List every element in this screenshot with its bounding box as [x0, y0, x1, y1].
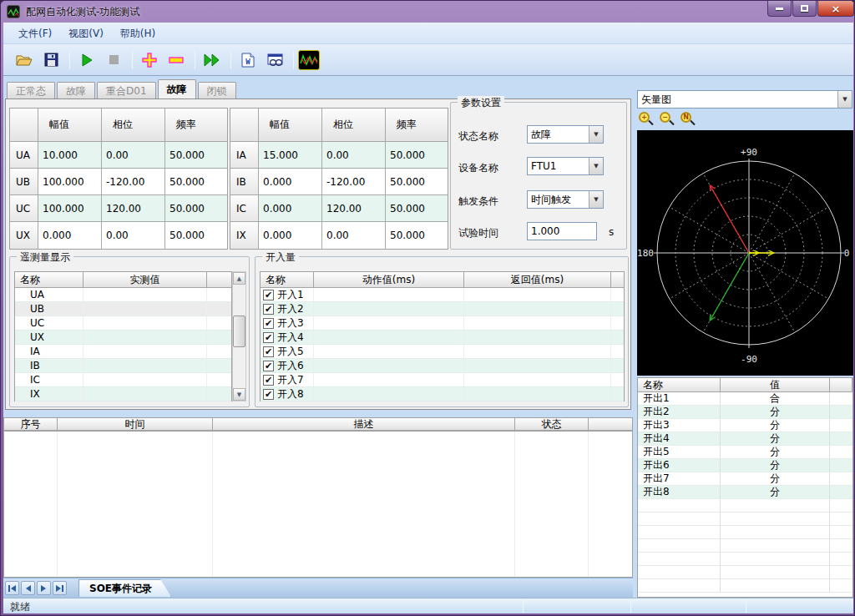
cell-ib-amplitude[interactable]: 0.000 — [259, 169, 322, 195]
output-empty-row — [638, 512, 852, 526]
cell-ib-phase[interactable]: -120.00 — [322, 169, 386, 195]
device-name-combo[interactable]: FTU1 ▼ — [527, 157, 604, 175]
chevron-down-icon[interactable]: ▼ — [837, 91, 852, 108]
tab-lockout[interactable]: 闭锁 — [198, 82, 236, 98]
telemetry-row[interactable]: IX — [15, 387, 231, 401]
telemetry-row[interactable]: IC — [15, 373, 231, 387]
cell-ic-phase[interactable]: 120.00 — [322, 195, 386, 222]
word-report-button[interactable]: W — [235, 48, 261, 72]
output-row[interactable]: 开出2分 — [638, 406, 852, 419]
scroll-up-icon[interactable]: ▲ — [233, 272, 245, 285]
telemetry-row[interactable]: UA — [15, 288, 231, 302]
telemetry-row[interactable]: IB — [15, 359, 231, 373]
trigger-condition-combo[interactable]: 时间触发 ▼ — [527, 190, 604, 209]
checkbox-checked-icon[interactable]: ✔ — [263, 346, 274, 357]
tab-normal-state[interactable]: 正常态 — [7, 82, 55, 98]
output-row[interactable]: 开出1合 — [638, 392, 852, 406]
menu-file[interactable]: 文件(F) — [10, 23, 60, 44]
telemetry-row[interactable]: UB — [15, 302, 231, 316]
cell-ub-amplitude[interactable]: 100.000 — [38, 169, 102, 195]
prev-sheet-button[interactable] — [21, 581, 35, 595]
remove-state-button[interactable] — [164, 48, 189, 72]
event-table-body[interactable] — [3, 432, 633, 578]
input-action-value — [314, 359, 464, 372]
tab-soe-event-log[interactable]: SOE事件记录 — [78, 579, 171, 597]
zoom-out-button[interactable]: − — [658, 111, 676, 128]
cell-ic-frequency[interactable]: 50.000 — [386, 195, 448, 222]
cell-ux-phase[interactable]: 0.00 — [102, 222, 165, 249]
checkbox-checked-icon[interactable]: ✔ — [263, 361, 274, 371]
checkbox-checked-icon[interactable]: ✔ — [263, 389, 274, 400]
output-row[interactable]: 开出8分 — [638, 486, 852, 499]
menu-help[interactable]: 帮助(H) — [112, 23, 164, 44]
cell-ub-phase[interactable]: -120.00 — [102, 169, 165, 195]
cell-ib-frequency[interactable]: 50.000 — [386, 169, 448, 195]
telemetry-row[interactable]: IA — [15, 345, 231, 359]
view-selector-combo[interactable]: 矢量图 ▼ — [637, 90, 852, 109]
cell-ix-phase[interactable]: 0.00 — [322, 222, 386, 249]
chevron-down-icon[interactable]: ▼ — [589, 158, 603, 174]
cell-ia-phase[interactable]: 0.00 — [322, 142, 386, 169]
telemetry-row[interactable]: UC — [15, 316, 231, 331]
run-sequence-button[interactable] — [200, 48, 225, 72]
tab-fault-1[interactable]: 故障 — [57, 82, 95, 98]
cell-ic-amplitude[interactable]: 0.000 — [259, 195, 322, 222]
cell-ia-frequency[interactable]: 50.000 — [386, 142, 448, 169]
toolbar-separator — [132, 51, 133, 69]
scrollbar-thumb[interactable] — [233, 316, 245, 347]
checkbox-checked-icon[interactable]: ✔ — [263, 318, 274, 329]
checkbox-checked-icon[interactable]: ✔ — [263, 304, 274, 315]
save-button[interactable] — [38, 48, 63, 72]
cell-ua-frequency[interactable]: 50.000 — [165, 142, 227, 169]
cell-ia-amplitude[interactable]: 15.000 — [259, 142, 322, 169]
zoom-reset-button[interactable]: N — [679, 111, 697, 128]
cell-uc-frequency[interactable]: 50.000 — [165, 195, 227, 222]
test-time-input[interactable] — [527, 222, 597, 240]
report-preview-button[interactable] — [262, 48, 287, 72]
cell-ua-amplitude[interactable]: 10.000 — [38, 142, 102, 169]
phasor-UB — [710, 253, 749, 321]
telemetry-scrollbar[interactable]: ▲ ▼ — [232, 271, 246, 401]
tab-reclose-d01[interactable]: 重合D01 — [97, 82, 156, 98]
tab-fault-active[interactable]: 故障 — [158, 79, 196, 98]
cell-ux-amplitude[interactable]: 0.000 — [38, 222, 102, 249]
cell-ix-amplitude[interactable]: 0.000 — [259, 222, 322, 249]
menu-view[interactable]: 视图(V) — [60, 23, 112, 44]
checkbox-checked-icon[interactable]: ✔ — [263, 332, 274, 343]
axis-label-bottom: -90 — [741, 354, 757, 365]
state-tab-strip: 正常态 故障 重合D01 故障 闭锁 — [7, 80, 238, 98]
cell-uc-amplitude[interactable]: 100.000 — [38, 195, 102, 222]
stop-button[interactable] — [101, 48, 126, 72]
minimize-button[interactable] — [767, 1, 792, 17]
chevron-down-icon[interactable]: ▼ — [589, 191, 603, 208]
checkbox-checked-icon[interactable]: ✔ — [263, 290, 274, 300]
cell-ux-frequency[interactable]: 50.000 — [165, 222, 227, 249]
cell-ua-phase[interactable]: 0.00 — [102, 142, 165, 169]
output-row[interactable]: 开出4分 — [638, 432, 852, 446]
cell-uc-phase[interactable]: 120.00 — [102, 195, 165, 222]
output-row[interactable]: 开出7分 — [638, 472, 852, 486]
last-sheet-button[interactable] — [53, 581, 67, 595]
waveform-view-button[interactable] — [298, 50, 320, 70]
maximize-button[interactable] — [792, 1, 817, 17]
telemetry-row[interactable]: UX — [15, 331, 231, 345]
zoom-in-button[interactable]: + — [637, 111, 655, 128]
cell-ix-frequency[interactable]: 50.000 — [386, 222, 448, 249]
open-button[interactable] — [12, 48, 37, 72]
output-row[interactable]: 开出5分 — [638, 446, 852, 459]
add-state-button[interactable] — [137, 48, 162, 72]
chevron-down-icon[interactable]: ▼ — [589, 126, 603, 143]
next-sheet-button[interactable] — [37, 581, 51, 595]
output-row[interactable]: 开出6分 — [638, 459, 852, 472]
start-button[interactable] — [74, 48, 99, 72]
toolbar-separator — [69, 51, 70, 69]
first-sheet-button[interactable] — [5, 581, 19, 595]
scroll-down-icon[interactable]: ▼ — [233, 388, 245, 401]
close-button[interactable]: × — [817, 1, 854, 17]
status-text: 就绪 — [10, 600, 30, 614]
digital-input-row: ✔开入7 — [261, 373, 624, 387]
output-row[interactable]: 开出3分 — [638, 419, 852, 432]
checkbox-checked-icon[interactable]: ✔ — [263, 375, 274, 386]
state-name-combo[interactable]: 故障 ▼ — [527, 125, 604, 144]
cell-ub-frequency[interactable]: 50.000 — [165, 169, 227, 195]
